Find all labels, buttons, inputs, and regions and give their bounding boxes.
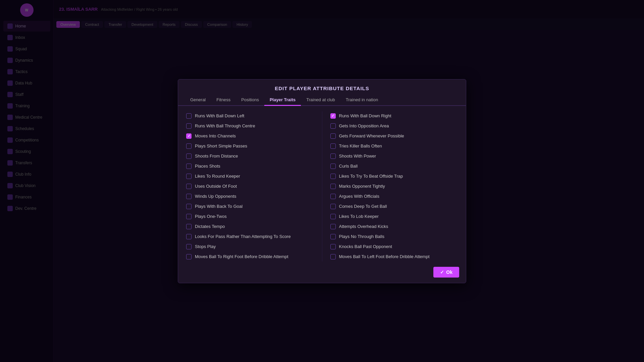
checkbox-marks-opponent-tightly[interactable] xyxy=(330,184,336,189)
checkbox-knocks-ball-past-opponent[interactable] xyxy=(330,244,336,249)
checkbox-likes-to-round-keeper[interactable] xyxy=(186,174,192,179)
checkbox-plays-short-passes[interactable] xyxy=(186,143,192,149)
checkbox-moves-into-channels[interactable] xyxy=(186,133,192,139)
trait-tries-killer-balls[interactable]: Tries Killer Balls Often xyxy=(329,141,460,151)
trait-moves-ball-right-foot[interactable]: Moves Ball To Right Foot Before Dribble … xyxy=(185,252,315,261)
label-plays-with-back-to-goal: Plays With Back To Goal xyxy=(195,204,243,209)
trait-plays-one-twos[interactable]: Plays One-Twos xyxy=(185,212,315,221)
label-argues-with-officials: Argues With Officials xyxy=(339,194,379,199)
label-shoots-from-distance: Shoots From Distance xyxy=(195,154,238,159)
modal-footer: ✓ Ok xyxy=(178,261,466,283)
tab-fitness[interactable]: Fitness xyxy=(211,95,236,106)
label-likes-to-lob-keeper: Likes To Lob Keeper xyxy=(339,214,379,219)
modal-overlay: EDIT PLAYER ATTRIBUTE DETAILS General Fi… xyxy=(0,0,644,362)
checkbox-plays-no-through-balls[interactable] xyxy=(330,234,336,239)
checkbox-gets-into-opposition[interactable] xyxy=(330,123,336,129)
edit-attributes-modal: EDIT PLAYER ATTRIBUTE DETAILS General Fi… xyxy=(178,79,466,283)
label-winds-up-opponents: Winds Up Opponents xyxy=(195,194,236,199)
trait-runs-ball-through-centre[interactable]: Runs With Ball Through Centre xyxy=(185,121,315,131)
checkbox-looks-for-pass[interactable] xyxy=(186,234,192,239)
trait-attempts-overhead-kicks[interactable]: Attempts Overhead Kicks xyxy=(329,222,460,231)
label-tries-killer-balls: Tries Killer Balls Often xyxy=(339,143,382,148)
trait-likes-to-lob-keeper[interactable]: Likes To Lob Keeper xyxy=(329,212,460,221)
checkbox-plays-with-back-to-goal[interactable] xyxy=(186,204,192,209)
label-knocks-ball-past-opponent: Knocks Ball Past Opponent xyxy=(339,244,392,249)
trait-dictates-tempo[interactable]: Dictates Tempo xyxy=(185,222,315,231)
checkbox-attempts-overhead-kicks[interactable] xyxy=(330,224,336,229)
checkbox-beat-offside-trap[interactable] xyxy=(330,174,336,179)
traits-container: Runs With Ball Down Left Runs With Ball … xyxy=(178,111,466,261)
trait-argues-with-officials[interactable]: Argues With Officials xyxy=(329,192,460,201)
trait-comes-deep-to-get-ball[interactable]: Comes Deep To Get Ball xyxy=(329,202,460,211)
label-stops-play: Stops Play xyxy=(195,244,216,249)
trait-gets-into-opposition[interactable]: Gets Into Opposition Area xyxy=(329,121,460,131)
checkbox-moves-ball-left-foot[interactable] xyxy=(330,254,336,259)
checkbox-winds-up-opponents[interactable] xyxy=(186,194,192,199)
checkbox-plays-one-twos[interactable] xyxy=(186,214,192,219)
checkbox-moves-ball-right-foot[interactable] xyxy=(186,254,192,259)
trait-moves-into-channels[interactable]: Moves Into Channels xyxy=(185,131,315,141)
traits-right-column: Runs With Ball Down Right Gets Into Oppo… xyxy=(322,111,460,261)
trait-runs-ball-down-right[interactable]: Runs With Ball Down Right xyxy=(329,111,460,121)
trait-shoots-with-power[interactable]: Shoots With Power xyxy=(329,152,460,161)
checkbox-places-shots[interactable] xyxy=(186,164,192,169)
checkbox-runs-ball-down-right[interactable] xyxy=(330,113,336,119)
tab-player-traits[interactable]: Player Traits xyxy=(264,95,301,106)
label-looks-for-pass: Looks For Pass Rather Than Attempting To… xyxy=(195,234,291,239)
checkbox-curls-ball[interactable] xyxy=(330,164,336,169)
trait-looks-for-pass[interactable]: Looks For Pass Rather Than Attempting To… xyxy=(185,232,315,241)
traits-left-column: Runs With Ball Down Left Runs With Ball … xyxy=(185,111,322,261)
label-plays-short-passes: Plays Short Simple Passes xyxy=(195,143,247,148)
trait-stops-play[interactable]: Stops Play xyxy=(185,242,315,251)
trait-knocks-ball-past-opponent[interactable]: Knocks Ball Past Opponent xyxy=(329,242,460,251)
trait-plays-short-passes[interactable]: Plays Short Simple Passes xyxy=(185,141,315,151)
tab-trained-club[interactable]: Trained at club xyxy=(301,95,340,106)
label-dictates-tempo: Dictates Tempo xyxy=(195,224,225,229)
tab-trained-nation[interactable]: Trained in nation xyxy=(340,95,383,106)
trait-gets-forward[interactable]: Gets Forward Whenever Possible xyxy=(329,131,460,141)
label-runs-ball-down-left: Runs With Ball Down Left xyxy=(195,113,244,118)
checkbox-runs-ball-down-left[interactable] xyxy=(186,113,192,119)
trait-uses-outside-foot[interactable]: Uses Outside Of Foot xyxy=(185,182,315,191)
trait-moves-ball-left-foot[interactable]: Moves Ball To Left Foot Before Dribble A… xyxy=(329,252,460,261)
label-curls-ball: Curls Ball xyxy=(339,164,358,169)
trait-plays-with-back-to-goal[interactable]: Plays With Back To Goal xyxy=(185,202,315,211)
label-uses-outside-foot: Uses Outside Of Foot xyxy=(195,184,237,189)
label-gets-into-opposition: Gets Into Opposition Area xyxy=(339,123,389,128)
trait-curls-ball[interactable]: Curls Ball xyxy=(329,162,460,171)
ok-checkmark-icon: ✓ xyxy=(440,269,444,275)
checkbox-dictates-tempo[interactable] xyxy=(186,224,192,229)
label-moves-ball-left-foot: Moves Ball To Left Foot Before Dribble A… xyxy=(339,254,430,259)
modal-title: EDIT PLAYER ATTRIBUTE DETAILS xyxy=(178,79,466,95)
label-comes-deep-to-get-ball: Comes Deep To Get Ball xyxy=(339,204,387,209)
label-shoots-with-power: Shoots With Power xyxy=(339,154,376,159)
checkbox-shoots-with-power[interactable] xyxy=(330,154,336,159)
checkbox-shoots-from-distance[interactable] xyxy=(186,154,192,159)
checkbox-argues-with-officials[interactable] xyxy=(330,194,336,199)
checkbox-uses-outside-foot[interactable] xyxy=(186,184,192,189)
label-moves-into-channels: Moves Into Channels xyxy=(195,133,236,138)
tab-positions[interactable]: Positions xyxy=(236,95,264,106)
trait-shoots-from-distance[interactable]: Shoots From Distance xyxy=(185,152,315,161)
checkbox-comes-deep-to-get-ball[interactable] xyxy=(330,204,336,209)
label-runs-ball-down-right: Runs With Ball Down Right xyxy=(339,113,391,118)
label-marks-opponent-tightly: Marks Opponent Tightly xyxy=(339,184,385,189)
label-runs-ball-through-centre: Runs With Ball Through Centre xyxy=(195,123,255,128)
checkbox-stops-play[interactable] xyxy=(186,244,192,249)
checkbox-tries-killer-balls[interactable] xyxy=(330,143,336,149)
trait-marks-opponent-tightly[interactable]: Marks Opponent Tightly xyxy=(329,182,460,191)
trait-plays-no-through-balls[interactable]: Plays No Through Balls xyxy=(329,232,460,241)
checkbox-runs-ball-through-centre[interactable] xyxy=(186,123,192,129)
trait-beat-offside-trap[interactable]: Likes To Try To Beat Offside Trap xyxy=(329,172,460,181)
trait-winds-up-opponents[interactable]: Winds Up Opponents xyxy=(185,192,315,201)
trait-runs-ball-down-left[interactable]: Runs With Ball Down Left xyxy=(185,111,315,121)
trait-likes-to-round-keeper[interactable]: Likes To Round Keeper xyxy=(185,172,315,181)
ok-button[interactable]: ✓ Ok xyxy=(433,267,459,278)
trait-places-shots[interactable]: Places Shots xyxy=(185,162,315,171)
checkbox-gets-forward[interactable] xyxy=(330,133,336,139)
label-moves-ball-right-foot: Moves Ball To Right Foot Before Dribble … xyxy=(195,254,288,259)
modal-tabs: General Fitness Positions Player Traits … xyxy=(178,95,466,106)
label-plays-one-twos: Plays One-Twos xyxy=(195,214,227,219)
checkbox-likes-to-lob-keeper[interactable] xyxy=(330,214,336,219)
tab-general[interactable]: General xyxy=(185,95,211,106)
